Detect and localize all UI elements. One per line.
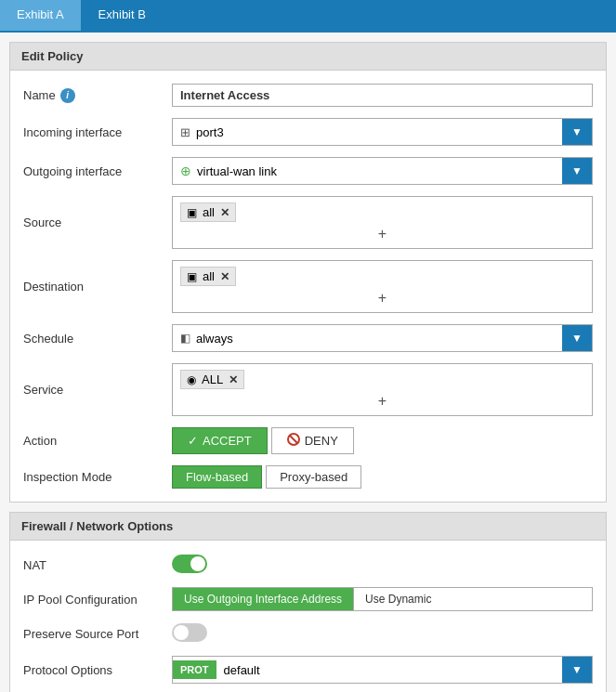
schedule-arrow-icon[interactable]: ▼ <box>562 325 592 351</box>
inspection-group: Flow-based Proxy-based <box>172 465 593 489</box>
protocol-label: Protocol Options <box>23 663 172 677</box>
svg-line-1 <box>290 436 297 443</box>
service-item-remove[interactable]: ✕ <box>229 373 238 386</box>
firewall-options-body: NAT IP Pool Configuration Use Outgoing I… <box>10 541 606 692</box>
accept-label: ACCEPT <box>203 434 252 448</box>
protocol-control: PROT default ▼ <box>172 656 593 684</box>
nat-label: NAT <box>23 558 172 572</box>
name-control <box>172 84 593 107</box>
nat-control <box>172 555 593 576</box>
schedule-control: ◧ always ▼ <box>172 324 593 352</box>
deny-circle-icon <box>287 433 300 449</box>
service-multi[interactable]: ◉ ALL ✕ + <box>172 363 593 416</box>
destination-row: Destination ▣ all ✕ + <box>20 255 596 319</box>
name-input[interactable] <box>172 84 593 107</box>
destination-control: ▣ all ✕ + <box>172 260 593 313</box>
outgoing-dropdown-inner: ⊕ virtual-wan link <box>173 159 562 183</box>
destination-add-button[interactable]: + <box>178 288 586 308</box>
nat-toggle[interactable] <box>172 555 207 573</box>
destination-item-icon: ▣ <box>187 270 197 283</box>
outgoing-arrow-icon[interactable]: ▼ <box>562 158 592 184</box>
action-row: Action ✓ ACCEPT <box>20 422 596 460</box>
service-add-button[interactable]: + <box>178 391 586 411</box>
ip-pool-group: Use Outgoing Interface Address Use Dynam… <box>172 587 593 611</box>
ip-pool-outgoing-button[interactable]: Use Outgoing Interface Address <box>173 588 353 610</box>
destination-multi[interactable]: ▣ all ✕ + <box>172 260 593 313</box>
incoming-arrow-icon[interactable]: ▼ <box>562 119 592 145</box>
service-item-label: ALL <box>202 372 223 386</box>
inspection-control: Flow-based Proxy-based <box>172 465 593 489</box>
action-control: ✓ ACCEPT DENY <box>172 427 593 454</box>
source-label: Source <box>23 215 172 229</box>
edit-policy-section: Edit Policy Name i Incoming interface <box>9 42 607 503</box>
flow-based-button[interactable]: Flow-based <box>172 465 262 489</box>
tab-exhibit-b[interactable]: Exhibit B <box>82 0 164 31</box>
source-item-all: ▣ all ✕ <box>180 202 236 222</box>
name-label-text: Name <box>23 88 56 102</box>
incoming-dropdown-inner: ⊞ port3 <box>173 121 562 144</box>
deny-button[interactable]: DENY <box>271 427 354 454</box>
edit-policy-body: Name i Incoming interface ⊞ port3 ▼ <box>10 71 606 502</box>
ip-pool-control: Use Outgoing Interface Address Use Dynam… <box>172 587 593 611</box>
preserve-toggle[interactable] <box>172 623 207 642</box>
nat-slider <box>172 555 207 573</box>
protocol-arrow-icon[interactable]: ▼ <box>562 657 592 683</box>
outgoing-control: ⊕ virtual-wan link ▼ <box>172 157 593 185</box>
source-add-button[interactable]: + <box>178 224 586 244</box>
outgoing-icon: ⊕ <box>180 163 191 178</box>
ip-pool-row: IP Pool Configuration Use Outgoing Inter… <box>20 581 596 617</box>
name-row: Name i <box>20 78 596 112</box>
accept-check-icon: ✓ <box>188 434 198 448</box>
preserve-control <box>172 623 593 645</box>
preserve-label: Preserve Source Port <box>23 627 172 641</box>
incoming-dropdown[interactable]: ⊞ port3 ▼ <box>172 118 593 146</box>
incoming-label: Incoming interface <box>23 125 172 139</box>
tab-bar: Exhibit A Exhibit B <box>0 0 616 33</box>
main-container: Edit Policy Name i Incoming interface <box>0 33 616 692</box>
service-item-all: ◉ ALL ✕ <box>180 370 244 389</box>
incoming-icon: ⊞ <box>180 125 190 139</box>
schedule-dropdown-inner: ◧ always <box>173 327 562 350</box>
name-label: Name i <box>23 88 172 103</box>
destination-item-remove[interactable]: ✕ <box>220 270 229 283</box>
schedule-row: Schedule ◧ always ▼ <box>20 319 596 358</box>
inspection-label: Inspection Mode <box>23 470 172 484</box>
schedule-value: always <box>196 332 233 346</box>
source-control: ▣ all ✕ + <box>172 196 593 249</box>
incoming-value: port3 <box>196 125 224 139</box>
preserve-slider <box>172 623 207 642</box>
action-group: ✓ ACCEPT DENY <box>172 427 593 454</box>
service-row: Service ◉ ALL ✕ + <box>20 358 596 422</box>
protocol-value: default <box>216 659 563 681</box>
source-multi[interactable]: ▣ all ✕ + <box>172 196 593 249</box>
inspection-row: Inspection Mode Flow-based Proxy-based <box>20 460 596 494</box>
source-item-remove[interactable]: ✕ <box>220 206 229 219</box>
source-item-icon: ▣ <box>187 206 197 219</box>
accept-button[interactable]: ✓ ACCEPT <box>172 427 268 454</box>
service-control: ◉ ALL ✕ + <box>172 363 593 416</box>
destination-label: Destination <box>23 280 172 294</box>
destination-item-all: ▣ all ✕ <box>180 267 236 286</box>
outgoing-value: virtual-wan link <box>197 164 277 178</box>
tab-exhibit-a[interactable]: Exhibit A <box>0 0 82 31</box>
action-label: Action <box>23 434 172 448</box>
outgoing-row: Outgoing interface ⊕ virtual-wan link ▼ <box>20 151 596 190</box>
schedule-dropdown[interactable]: ◧ always ▼ <box>172 324 593 352</box>
deny-label: DENY <box>305 434 338 448</box>
ip-pool-dynamic-button[interactable]: Use Dynamic <box>353 588 442 610</box>
source-item-label: all <box>203 205 215 219</box>
destination-item-label: all <box>203 269 215 283</box>
incoming-control: ⊞ port3 ▼ <box>172 118 593 146</box>
outgoing-dropdown[interactable]: ⊕ virtual-wan link ▼ <box>172 157 593 185</box>
protocol-badge: PROT <box>173 660 216 679</box>
protocol-dropdown[interactable]: PROT default ▼ <box>172 656 593 684</box>
outgoing-label: Outgoing interface <box>23 164 172 178</box>
schedule-icon: ◧ <box>180 332 190 345</box>
ip-pool-label: IP Pool Configuration <box>23 593 172 607</box>
protocol-row: Protocol Options PROT default ▼ <box>20 650 596 689</box>
proxy-based-button[interactable]: Proxy-based <box>266 465 361 489</box>
incoming-row: Incoming interface ⊞ port3 ▼ <box>20 112 596 151</box>
firewall-options-header: Firewall / Network Options <box>10 513 606 541</box>
service-label: Service <box>23 383 172 397</box>
name-info-icon[interactable]: i <box>60 88 75 103</box>
